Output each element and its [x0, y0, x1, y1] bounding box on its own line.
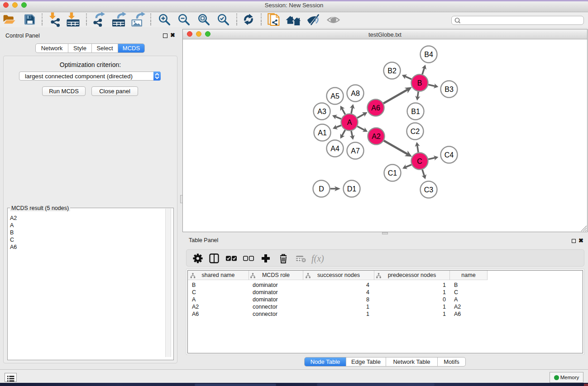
svg-text:A2: A2 — [372, 133, 381, 140]
svg-text:B1: B1 — [411, 108, 420, 115]
svg-text:B2: B2 — [387, 67, 397, 75]
svg-text:C2: C2 — [411, 128, 420, 135]
svg-text:C3: C3 — [424, 186, 434, 194]
svg-text:A7: A7 — [351, 147, 360, 155]
svg-text:A8: A8 — [351, 90, 360, 97]
svg-text:B4: B4 — [424, 51, 433, 58]
svg-text:C: C — [417, 157, 422, 165]
svg-text:C1: C1 — [388, 169, 397, 177]
svg-text:A4: A4 — [330, 145, 339, 152]
svg-text:A6: A6 — [371, 104, 380, 112]
svg-text:A3: A3 — [317, 108, 326, 115]
svg-text:A5: A5 — [330, 92, 339, 100]
svg-text:A: A — [347, 119, 352, 126]
svg-text:C4: C4 — [445, 151, 454, 159]
svg-text:A1: A1 — [318, 129, 327, 137]
svg-text:f(x): f(x) — [311, 253, 324, 264]
svg-text:B3: B3 — [445, 86, 454, 93]
svg-text:B: B — [417, 79, 422, 87]
svg-text:D1: D1 — [347, 185, 357, 193]
svg-text:D: D — [319, 185, 324, 193]
